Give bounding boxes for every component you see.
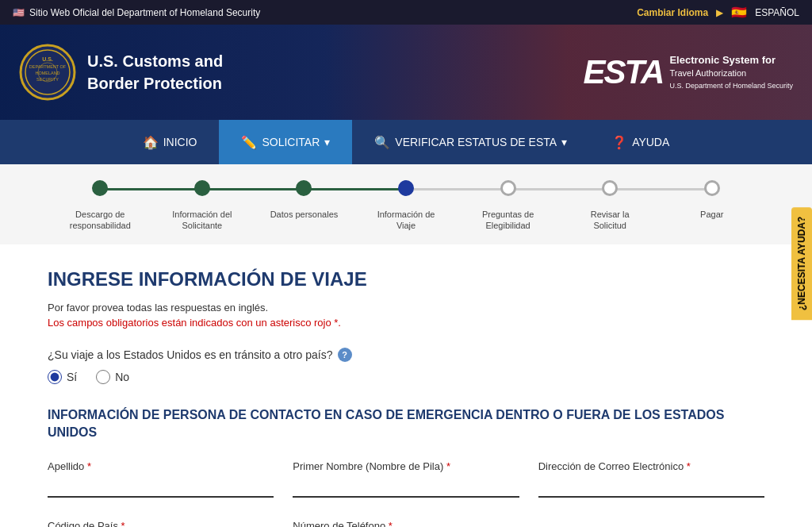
correo-label-text: Dirección de Correo Electrónico	[538, 460, 684, 472]
correo-field: Dirección de Correo Electrónico *	[538, 460, 764, 498]
transit-question-block: ¿Su viaje a los Estados Unidos es en trá…	[48, 348, 764, 384]
step-descargo: Descargo deresponsabilidad	[49, 180, 151, 232]
transit-no-label: No	[115, 371, 129, 383]
apellido-required: *	[87, 460, 91, 472]
nav-label-inicio: INICIO	[163, 136, 197, 148]
topbar-left: 🇺🇸 Sitio Web Oficial del Department of H…	[13, 7, 260, 18]
page-title: INGRESE INFORMACIÓN DE VIAJE	[48, 268, 764, 290]
main-content: INGRESE INFORMACIÓN DE VIAJE Por favor p…	[0, 244, 812, 527]
transit-question: ¿Su viaje a los Estados Unidos es en trá…	[48, 348, 764, 362]
step-revisar: Revisar laSolicitud	[559, 180, 661, 232]
cbp-branding: U.S. DEPARTMENT OF HOMELAND SECURITY U.S…	[19, 44, 223, 101]
step-label-elegibilidad: Preguntas deElegibilidad	[482, 209, 534, 232]
form-row-1: Apellido * Primer Nombre (Nombre de Pila…	[48, 460, 764, 498]
language-switcher[interactable]: Cambiar Idioma ▶ 🇪🇸 ESPAÑOL	[637, 5, 799, 20]
step-dot-pagar	[704, 180, 720, 196]
numero-telefono-label: Número de Teléfono *	[293, 520, 519, 527]
step-pagar: Pagar	[661, 180, 763, 220]
primer-nombre-label-text: Primer Nombre (Nombre de Pila)	[293, 460, 443, 472]
esta-subtitle: Electronic System for Travel Authorizati…	[669, 53, 793, 92]
numero-telefono-required: *	[389, 520, 393, 527]
transit-yes-label: Sí	[67, 371, 77, 383]
esta-logo-text: ESTA	[584, 56, 664, 89]
correo-input[interactable]	[538, 477, 764, 498]
cbp-line1: U.S. Customs and	[87, 52, 223, 70]
emergency-section-title: INFORMACIÓN DE PERSONA DE CONTACTO EN CA…	[48, 406, 764, 442]
topbar: 🇺🇸 Sitio Web Oficial del Department of H…	[0, 0, 812, 25]
nav-item-verificar[interactable]: 🔍 VERIFICAR ESTATUS DE ESTA ▾	[352, 120, 589, 164]
cbp-line2: Border Protection	[87, 75, 222, 92]
cbp-seal-icon: U.S. DEPARTMENT OF HOMELAND SECURITY	[19, 44, 76, 101]
required-note: Los campos obligatorios están indicados …	[48, 317, 764, 329]
step-dot-elegibilidad	[500, 180, 516, 196]
step-viaje: Información deViaje	[355, 180, 458, 232]
step-label-descargo: Descargo deresponsabilidad	[70, 209, 131, 232]
question-icon: ❓	[611, 135, 627, 150]
codigo-pais-required: *	[121, 520, 125, 527]
steps-track: Descargo deresponsabilidad Información d…	[49, 180, 763, 232]
step-dot-personales	[296, 180, 312, 196]
transit-yes-option[interactable]: Sí	[48, 370, 77, 384]
step-label-viaje: Información deViaje	[377, 209, 435, 232]
nav-item-ayuda[interactable]: ❓ AYUDA	[589, 120, 691, 164]
step-dot-solicitante	[194, 180, 210, 196]
language-label: ESPAÑOL	[755, 7, 799, 18]
codigo-pais-label-text: Código de País	[48, 520, 118, 527]
step-label-revisar: Revisar laSolicitud	[591, 209, 630, 232]
transit-yes-radio[interactable]	[48, 370, 62, 384]
step-personales: Datos personales	[253, 180, 355, 220]
svg-text:HOMELAND: HOMELAND	[35, 71, 59, 75]
transit-question-text: ¿Su viaje a los Estados Unidos es en trá…	[48, 348, 333, 361]
correo-label: Dirección de Correo Electrónico *	[538, 460, 764, 472]
transit-radio-group: Sí No	[48, 370, 764, 384]
change-language-label[interactable]: Cambiar Idioma	[637, 7, 708, 18]
nav-item-solicitar[interactable]: ✏️ SOLICITAR ▾	[219, 120, 352, 164]
svg-text:U.S.: U.S.	[42, 56, 53, 62]
solicitar-dropdown-icon: ▾	[324, 136, 330, 148]
arrow-right-icon: ▶	[716, 7, 723, 18]
esta-branding: ESTA Electronic System for Travel Author…	[584, 53, 793, 92]
esta-subtitle-line2: Travel Authorization	[669, 68, 746, 78]
transit-no-option[interactable]: No	[96, 370, 129, 384]
verificar-dropdown-icon: ▾	[561, 136, 567, 148]
header: U.S. DEPARTMENT OF HOMELAND SECURITY U.S…	[0, 25, 812, 120]
nav-item-inicio[interactable]: 🏠 INICIO	[121, 120, 220, 164]
esta-subtitle-line3: U.S. Department of Homeland Security	[669, 82, 793, 90]
step-dot-viaje	[398, 180, 414, 196]
home-icon: 🏠	[143, 135, 159, 150]
site-label: Sitio Web Oficial del Department of Home…	[29, 7, 260, 18]
step-dot-revisar	[602, 180, 618, 196]
step-solicitante: Información delSolicitante	[151, 180, 254, 232]
cbp-title: U.S. Customs and Border Protection	[87, 50, 223, 94]
search-icon: 🔍	[374, 135, 390, 150]
help-tab[interactable]: ¿NECESITA AYUDA?	[791, 207, 812, 320]
transit-help-icon[interactable]: ?	[338, 348, 352, 362]
apellido-input[interactable]	[48, 477, 274, 498]
apellido-label: Apellido *	[48, 460, 274, 472]
primer-nombre-required: *	[446, 460, 450, 472]
correo-required: *	[687, 460, 691, 472]
step-elegibilidad: Preguntas deElegibilidad	[457, 180, 559, 232]
nav-label-ayuda: AYUDA	[632, 136, 669, 148]
primer-nombre-label: Primer Nombre (Nombre de Pila) *	[293, 460, 519, 472]
step-label-solicitante: Información delSolicitante	[172, 209, 232, 232]
apellido-field: Apellido *	[48, 460, 274, 498]
edit-icon: ✏️	[241, 135, 257, 150]
navbar: 🏠 INICIO ✏️ SOLICITAR ▾ 🔍 VERIFICAR ESTA…	[0, 120, 812, 164]
codigo-pais-field: Código de País * +1 (US) +52 (MX) +34 (E…	[48, 520, 274, 527]
primer-nombre-input[interactable]	[293, 477, 519, 498]
numero-telefono-field: Número de Teléfono *	[293, 520, 519, 527]
transit-no-radio[interactable]	[96, 370, 110, 384]
numero-telefono-label-text: Número de Teléfono	[293, 520, 385, 527]
form-row-2: Código de País * +1 (US) +52 (MX) +34 (E…	[48, 520, 764, 527]
spanish-flag-icon: 🇪🇸	[731, 5, 747, 20]
svg-text:DEPARTMENT OF: DEPARTMENT OF	[29, 64, 67, 69]
nav-label-solicitar: SOLICITAR	[262, 136, 320, 148]
instructions-text: Por favor provea todas las respuestas en…	[48, 302, 764, 314]
esta-subtitle-line1: Electronic System for	[669, 53, 793, 67]
codigo-pais-label: Código de País *	[48, 520, 274, 527]
nav-label-verificar: VERIFICAR ESTATUS DE ESTA	[395, 136, 557, 148]
apellido-label-text: Apellido	[48, 460, 84, 472]
step-label-personales: Datos personales	[270, 209, 339, 220]
progress-steps: Descargo deresponsabilidad Información d…	[0, 164, 812, 244]
